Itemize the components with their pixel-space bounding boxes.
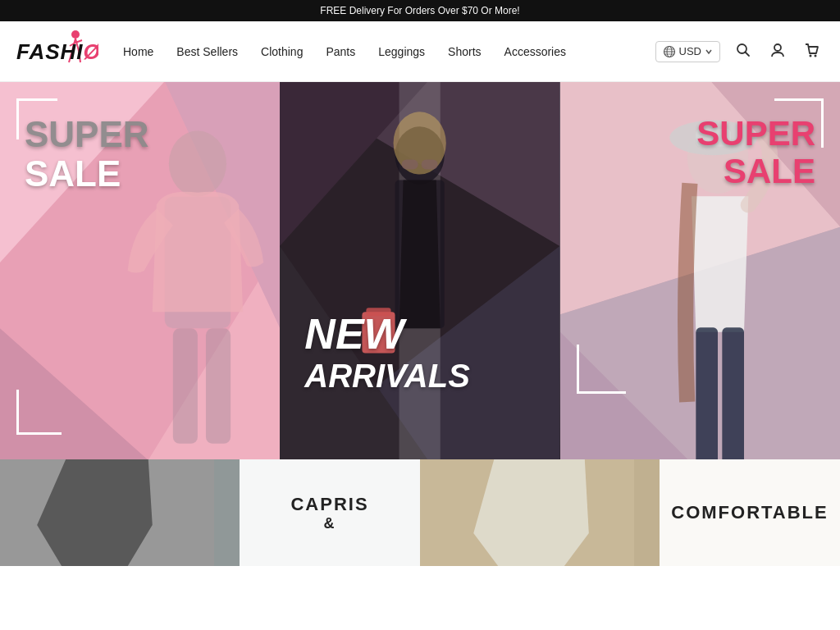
svg-rect-25 [173,328,198,444]
capris-subtitle: & [324,515,336,532]
currency-label: USD [679,45,701,57]
logo[interactable]: FASHIØN [16,28,98,75]
main-nav: Home Best Sellers Clothing Pants Legging… [123,45,655,58]
hero-panel-3[interactable]: SUPER SALE [560,82,840,459]
globe-icon [663,45,676,58]
bottom-panel-capris[interactable]: CAPRIS & [0,459,420,566]
svg-point-0 [71,30,80,39]
nav-best-sellers[interactable]: Best Sellers [176,45,238,58]
svg-point-17 [815,55,817,57]
bottom-panel-comfortable[interactable]: COMFORTABLE [420,459,840,566]
svg-point-37 [394,112,446,174]
search-button[interactable] [732,39,755,64]
capris-title: CAPRIS [290,494,368,515]
account-button[interactable] [766,39,789,64]
comfortable-label-box: COMFORTABLE [660,459,840,566]
svg-point-23 [169,130,226,196]
capris-label-box: CAPRIS & [240,459,420,566]
user-icon [769,42,786,58]
svg-line-14 [746,52,750,57]
announcement-bar: FREE Delivery For Orders Over $70 Or Mor… [0,0,840,21]
header: FASHIØN Home Best Sellers Clothing Pants… [0,21,840,82]
logo-text: FASHIØN [16,28,98,75]
super-sale-label-1: SUPER SALE [25,115,149,194]
svg-rect-48 [696,327,718,459]
bracket-top-right-3 [774,98,824,148]
svg-text:FASHIØN: FASHIØN [16,39,98,64]
hero-section: SUPER SALE [0,82,840,459]
bracket-bottom-left-1 [16,390,62,435]
hero-panel-1[interactable]: SUPER SALE [0,82,280,459]
svg-rect-49 [722,327,744,459]
svg-rect-26 [206,328,231,444]
nav-clothing[interactable]: Clothing [261,45,303,58]
header-icons: USD [655,39,824,64]
new-arrivals-label: NEW ARRIVALS [304,311,469,394]
nav-shorts[interactable]: Shorts [448,45,481,58]
nav-accessories[interactable]: Accessories [504,45,566,58]
svg-rect-39 [422,159,438,169]
hero-panel-2[interactable]: NEW ARRIVALS [280,82,559,459]
svg-rect-38 [402,159,418,169]
nav-pants[interactable]: Pants [326,45,355,58]
comfortable-title: COMFORTABLE [671,502,828,523]
cart-icon [804,42,820,58]
currency-selector[interactable]: USD [655,41,720,62]
announcement-text: FREE Delivery For Orders Over $70 Or Mor… [320,5,519,16]
cart-button[interactable] [801,39,824,64]
search-icon [735,42,751,58]
svg-point-16 [810,55,812,57]
bottom-section: CAPRIS & COMFORTABLE [0,459,840,566]
nav-home[interactable]: Home [123,45,153,58]
logo-svg: FASHIØN [16,28,98,69]
svg-point-15 [774,44,781,51]
bracket-bottom-left-3 [577,345,626,394]
nav-leggings[interactable]: Leggings [378,45,425,58]
chevron-down-icon [705,48,713,56]
